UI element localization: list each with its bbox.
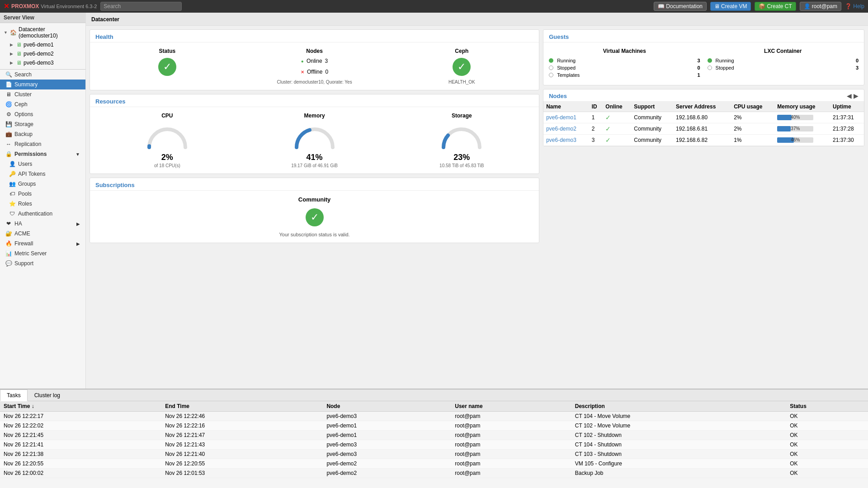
col-status[interactable]: Status (786, 401, 868, 412)
datacenter-node[interactable]: ▼ 🏠 Datacenter (democluster10) (0, 25, 85, 40)
table-row[interactable]: pve6-demo2 2 ✓ Community 192.168.6.81 2%… (543, 123, 864, 135)
tab-tasks[interactable]: Tasks (0, 389, 28, 401)
node-cpu-usage: 2% (731, 123, 774, 135)
storage-gauge: Storage 23% 10.58 TiB of 45.83 TiB (390, 113, 533, 168)
nav-backup[interactable]: 💼 Backup (0, 129, 85, 139)
node-pve6-demo2[interactable]: ▶ 🖥 pve6-demo2 (0, 49, 85, 58)
task-end: Nov 26 12:22:46 (161, 412, 323, 421)
node-id: 2 (589, 123, 603, 135)
ceph-ok-icon: ✓ (453, 58, 471, 76)
node-id: 1 (589, 112, 603, 123)
main-area: Server View ▼ 🏠 Datacenter (democluster1… (0, 13, 868, 389)
nav-storage[interactable]: 💾 Storage (0, 119, 85, 129)
documentation-button[interactable]: 📖 Documentation (654, 2, 707, 11)
list-item[interactable]: Nov 26 12:21:41 Nov 26 12:21:43 pve6-dem… (0, 440, 868, 450)
nav-roles[interactable]: ⭐ Roles (0, 199, 85, 209)
vm-running-dot (549, 58, 553, 63)
nav-api-tokens[interactable]: 🔑 API Tokens (0, 169, 85, 179)
node-address: 192.168.6.80 (673, 112, 731, 123)
table-row[interactable]: pve6-demo1 1 ✓ Community 192.168.6.80 2%… (543, 112, 864, 123)
task-desc: Backup Job (571, 469, 786, 478)
nav-users[interactable]: 👤 Users (0, 159, 85, 169)
col-name[interactable]: Name (543, 102, 589, 112)
nav-pools[interactable]: 🏷 Pools (0, 189, 85, 199)
subscriptions-panel: Subscriptions Community ✓ Your subscript… (90, 178, 539, 243)
node-name: pve6-demo1 (543, 112, 589, 123)
offline-dot: ✕ (301, 70, 304, 75)
help-icon: ❓ (845, 3, 852, 9)
col-desc[interactable]: Description (571, 401, 786, 412)
nav-cluster[interactable]: 🖥 Cluster (0, 89, 85, 99)
col-cpu[interactable]: CPU usage (731, 102, 774, 112)
create-ct-button[interactable]: 📦 Create CT (755, 2, 796, 11)
nav-options[interactable]: ⚙ Options (0, 109, 85, 119)
logo: ✕ PROXMOX Virtual Environment 6.3-2 (4, 2, 97, 10)
list-item[interactable]: Nov 26 12:00:02 Nov 26 12:01:53 pve6-dem… (0, 469, 868, 478)
col-uptime[interactable]: Uptime (830, 102, 864, 112)
nodes-prev-icon[interactable]: ◀ (847, 92, 852, 99)
list-item[interactable]: Nov 26 12:21:38 Nov 26 12:21:40 pve6-dem… (0, 450, 868, 459)
online-dot: ● (301, 59, 304, 64)
node-id: 3 (589, 135, 603, 146)
col-memory[interactable]: Memory usage (774, 102, 830, 112)
task-user: root@pam (451, 459, 571, 469)
nav-firewall[interactable]: 🔥 Firewall ▶ (0, 239, 85, 249)
status-ok-icon: ✓ (158, 58, 176, 76)
lxc-column: LXC Container Running 0 Stopped 3 (708, 48, 859, 80)
nav-permissions[interactable]: 🔒 Permissions ▼ (0, 149, 85, 159)
nav-support[interactable]: 💬 Support (0, 258, 85, 268)
nav-acme[interactable]: 🔐 ACME (0, 229, 85, 239)
create-vm-button[interactable]: 🖥 Create VM (710, 2, 751, 11)
node-pve6-demo1[interactable]: ▶ 🖥 pve6-demo1 (0, 40, 85, 49)
node-online: ✓ (603, 135, 631, 146)
nav-menu: 🔍 Search 📄 Summary 🖥 Cluster 🌀 Ceph ⚙ Op… (0, 70, 85, 268)
node-support: Community (631, 112, 673, 123)
guests-grid: Virtual Machines Running 3 Stopped 0 (549, 48, 859, 80)
col-support[interactable]: Support (631, 102, 673, 112)
col-start-time[interactable]: Start Time ↓ (0, 401, 161, 412)
help-button[interactable]: ❓ Help (845, 3, 864, 9)
nav-ceph[interactable]: 🌀 Ceph (0, 99, 85, 109)
resources-grid: CPU 2% of 18 CPU(s) Memory (95, 113, 533, 168)
nav-replication[interactable]: ↔ Replication (0, 139, 85, 149)
nav-authentication[interactable]: 🛡 Authentication (0, 209, 85, 219)
list-item[interactable]: Nov 26 12:20:55 Nov 26 12:20:55 pve6-dem… (0, 459, 868, 469)
table-row[interactable]: pve6-demo3 3 ✓ Community 192.168.6.82 1%… (543, 135, 864, 146)
col-online[interactable]: Online (603, 102, 631, 112)
search-icon: 🔍 (5, 71, 12, 78)
search-input[interactable] (100, 2, 182, 11)
node-uptime: 21:37:28 (830, 123, 864, 135)
task-desc: CT 103 - Shutdown (571, 450, 786, 459)
task-desc: VM 105 - Configure (571, 459, 786, 469)
user-menu-button[interactable]: 👤 root@pam (800, 2, 841, 11)
nav-groups[interactable]: 👥 Groups (0, 179, 85, 189)
resources-title: Resources (90, 94, 539, 107)
node-memory-usage: 37% (774, 123, 830, 135)
col-end-time[interactable]: End Time (161, 401, 323, 412)
node-pve6-demo3[interactable]: ▶ 🖥 pve6-demo3 (0, 58, 85, 67)
ha-icon: ❤ (5, 221, 12, 227)
list-item[interactable]: Nov 26 12:21:45 Nov 26 12:21:47 pve6-dem… (0, 431, 868, 440)
task-end: Nov 26 12:20:55 (161, 459, 323, 469)
health-panel: Health Status ✓ Nodes ● (90, 29, 539, 90)
node-cpu-usage: 1% (731, 135, 774, 146)
nodes-next-icon[interactable]: ▶ (854, 92, 859, 99)
lxc-stopped-row: Stopped 3 (708, 65, 859, 70)
node-icon: 🖥 (16, 51, 22, 57)
list-item[interactable]: Nov 26 12:22:17 Nov 26 12:22:46 pve6-dem… (0, 412, 868, 421)
nav-summary[interactable]: 📄 Summary (0, 80, 85, 89)
col-id[interactable]: ID (589, 102, 603, 112)
memory-gauge-svg (292, 122, 337, 150)
col-address[interactable]: Server Address (673, 102, 731, 112)
col-node[interactable]: Node (323, 401, 451, 412)
task-start: Nov 26 12:00:02 (0, 469, 161, 478)
list-item[interactable]: Nov 26 12:22:02 Nov 26 12:22:16 pve6-dem… (0, 421, 868, 431)
task-user: root@pam (451, 440, 571, 450)
nav-metric-server[interactable]: 📊 Metric Server (0, 249, 85, 258)
server-tree: ▼ 🏠 Datacenter (democluster10) ▶ 🖥 pve6-… (0, 23, 85, 70)
nav-search[interactable]: 🔍 Search (0, 70, 85, 80)
tab-cluster-log[interactable]: Cluster log (28, 389, 67, 401)
col-user[interactable]: User name (451, 401, 571, 412)
acme-icon: 🔐 (5, 230, 12, 237)
nav-ha[interactable]: ❤ HA ▶ (0, 219, 85, 229)
